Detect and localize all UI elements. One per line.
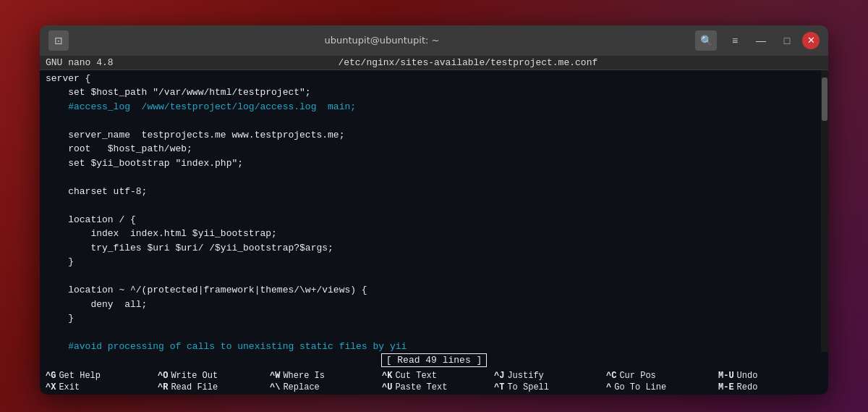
terminal-icon: ⊡ bbox=[48, 30, 69, 51]
code-line: index index.html $yii_bootstrap; bbox=[46, 227, 822, 241]
code-line: location ~ ^/(protected|framework|themes… bbox=[46, 283, 822, 298]
shortcut-key: ^T bbox=[494, 382, 504, 392]
shortcut-item[interactable]: ^JJustify bbox=[491, 370, 603, 382]
terminal-body: GNU nano 4.8 /etc/nginx/sites-available/… bbox=[40, 56, 828, 395]
editor-area[interactable]: server { set $host_path "/var/www/html/t… bbox=[40, 70, 828, 352]
shortcut-label: Exit bbox=[59, 382, 80, 392]
shortcut-key: ^J bbox=[494, 371, 504, 381]
shortcut-item[interactable]: ^TTo Spell bbox=[491, 382, 603, 393]
shortcut-label: Get Help bbox=[59, 371, 101, 381]
nano-version: GNU nano 4.8 bbox=[46, 57, 114, 68]
shortcut-item[interactable]: ^Go To Line bbox=[603, 382, 715, 393]
shortcuts-bar: ^GGet Help^OWrite Out^WWhere Is^KCut Tex… bbox=[40, 369, 828, 395]
shortcut-item[interactable]: ^CCur Pos bbox=[603, 370, 715, 382]
status-bar: [ Read 49 lines ] bbox=[40, 352, 828, 369]
shortcut-item[interactable]: ^KCut Text bbox=[379, 370, 491, 382]
shortcut-row-1: ^GGet Help^OWrite Out^WWhere Is^KCut Tex… bbox=[43, 370, 825, 382]
shortcut-item[interactable]: ^RRead File bbox=[155, 382, 267, 393]
titlebar: ⊡ ubuntupit@ubuntupit: ~ 🔍 ≡ — □ ✕ bbox=[40, 25, 828, 56]
maximize-button[interactable]: □ bbox=[776, 30, 798, 51]
shortcut-key: ^K bbox=[382, 371, 392, 381]
scrollbar[interactable] bbox=[821, 70, 828, 352]
close-button[interactable]: ✕ bbox=[802, 32, 820, 49]
search-button[interactable]: 🔍 bbox=[695, 30, 717, 51]
shortcut-key: ^\ bbox=[270, 382, 280, 392]
titlebar-controls: 🔍 ≡ — □ ✕ bbox=[695, 30, 820, 51]
shortcut-key: ^U bbox=[382, 382, 392, 392]
code-line: set $yii_bootstrap "index.php"; bbox=[46, 156, 822, 171]
code-line: server { bbox=[46, 72, 822, 86]
code-line: #access_log /www/testproject/log/access.… bbox=[46, 100, 822, 114]
minimize-button[interactable]: — bbox=[750, 30, 772, 51]
code-line bbox=[46, 198, 822, 213]
shortcut-item[interactable]: ^GGet Help bbox=[43, 370, 155, 382]
titlebar-title: ubuntupit@ubuntupit: ~ bbox=[69, 35, 695, 46]
shortcut-key: ^G bbox=[46, 371, 56, 381]
shortcut-key: ^W bbox=[270, 371, 280, 381]
shortcut-label: Undo bbox=[737, 371, 758, 381]
shortcut-key: ^X bbox=[46, 382, 56, 392]
shortcut-label: Write Out bbox=[171, 371, 218, 381]
shortcut-item[interactable]: ^\Replace bbox=[267, 382, 379, 393]
code-line bbox=[46, 269, 822, 284]
terminal-window: ⊡ ubuntupit@ubuntupit: ~ 🔍 ≡ — □ ✕ GNU n… bbox=[40, 25, 828, 395]
code-line: } bbox=[46, 255, 822, 269]
code-line: location / { bbox=[46, 213, 822, 227]
code-line: set $host_path "/var/www/html/testprojec… bbox=[46, 85, 822, 100]
shortcut-label: Cur Pos bbox=[619, 371, 655, 381]
scrollbar-thumb[interactable] bbox=[822, 77, 827, 121]
shortcut-key: ^C bbox=[606, 371, 616, 381]
code-line bbox=[46, 170, 822, 185]
code-line: root $host_path/web; bbox=[46, 142, 822, 156]
shortcut-label: Replace bbox=[283, 382, 319, 392]
shortcut-label: Paste Text bbox=[395, 382, 447, 392]
shortcut-key: M-E bbox=[718, 382, 734, 392]
shortcut-key: M-U bbox=[718, 371, 734, 381]
shortcut-label: Justify bbox=[507, 371, 543, 381]
shortcut-label: Where Is bbox=[283, 371, 325, 381]
shortcut-label: To Spell bbox=[507, 382, 549, 392]
shortcut-key: ^ bbox=[606, 382, 611, 392]
shortcut-row-2: ^XExit^RRead File^\Replace^UPaste Text^T… bbox=[43, 382, 825, 393]
shortcut-key: ^R bbox=[158, 382, 168, 392]
code-line: server_name testprojects.me www.testproj… bbox=[46, 128, 822, 143]
nano-header: GNU nano 4.8 /etc/nginx/sites-available/… bbox=[40, 56, 828, 70]
shortcut-item[interactable]: ^WWhere Is bbox=[267, 370, 379, 382]
code-line: try_files $uri $uri/ /$yii_bootstrap?$ar… bbox=[46, 241, 822, 256]
shortcut-item[interactable]: ^UPaste Text bbox=[379, 382, 491, 393]
shortcut-item[interactable]: M-ERedo bbox=[715, 382, 827, 393]
titlebar-left: ⊡ bbox=[48, 30, 69, 51]
code-line: #avoid processing of calls to unexisting… bbox=[46, 340, 822, 352]
shortcut-label: Read File bbox=[171, 382, 218, 392]
code-container: server { set $host_path "/var/www/html/t… bbox=[46, 72, 822, 352]
shortcut-key: ^O bbox=[158, 371, 168, 381]
menu-button[interactable]: ≡ bbox=[724, 30, 746, 51]
nano-filename: /etc/nginx/sites-available/testproject.m… bbox=[338, 57, 597, 68]
code-line bbox=[46, 114, 822, 128]
code-line: } bbox=[46, 311, 822, 326]
shortcut-label: Redo bbox=[737, 382, 758, 392]
shortcut-label: Cut Text bbox=[395, 371, 437, 381]
shortcut-item[interactable]: M-AMark Text bbox=[827, 370, 828, 382]
shortcut-item[interactable]: ^OWrite Out bbox=[155, 370, 267, 382]
code-line: charset utf-8; bbox=[46, 185, 822, 199]
shortcut-item[interactable]: M-6Copy Text bbox=[827, 382, 828, 393]
shortcut-label: Go To Line bbox=[614, 382, 666, 392]
code-line bbox=[46, 326, 822, 340]
shortcut-item[interactable]: M-UUndo bbox=[715, 370, 827, 382]
shortcut-item[interactable]: ^XExit bbox=[43, 382, 155, 393]
code-line: deny all; bbox=[46, 298, 822, 312]
read-lines-badge: [ Read 49 lines ] bbox=[381, 353, 488, 367]
